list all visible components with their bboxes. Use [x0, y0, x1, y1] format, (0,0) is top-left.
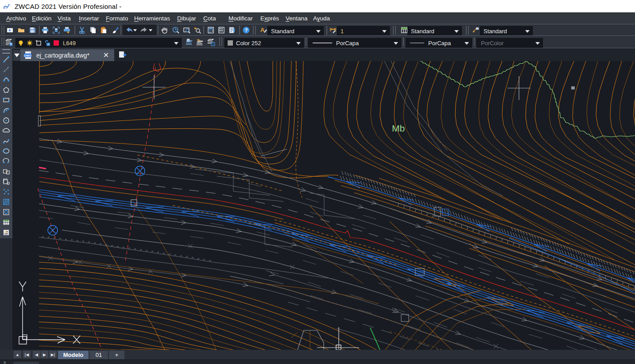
svg-text:Mb: Mb: [392, 123, 405, 133]
svg-text:?: ?: [245, 27, 248, 33]
svg-text:A: A: [5, 230, 8, 234]
svg-text:DWG: DWG: [24, 54, 32, 57]
